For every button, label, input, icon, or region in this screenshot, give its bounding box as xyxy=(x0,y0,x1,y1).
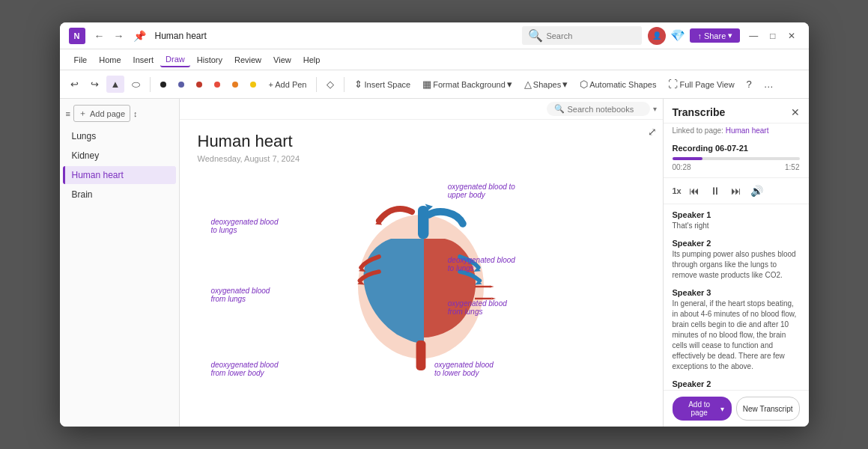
undo-button[interactable]: ↩ xyxy=(66,76,83,93)
select-tool[interactable]: ▲ xyxy=(106,76,125,93)
sidebar-item-human-heart[interactable]: Human heart xyxy=(63,166,176,184)
transcribe-panel: Transcribe ✕ Linked to page: Human heart… xyxy=(663,99,809,427)
sep-1 xyxy=(150,77,151,92)
menu-file[interactable]: File xyxy=(69,53,93,67)
shapes-button[interactable]: △ Shapes ▾ xyxy=(520,76,572,93)
gem-icon: 💎 xyxy=(670,28,685,43)
new-transcript-button[interactable]: New Transcript xyxy=(736,397,800,421)
draw-toolbar: ↩ ↪ ▲ ⬭ + Add Pen ◇ ⇕ Insert Space ▦ For… xyxy=(60,70,809,99)
eraser-tool[interactable]: ◇ xyxy=(322,76,339,93)
sidebar-controls: ≡ ＋ Add page ↕ xyxy=(60,105,179,126)
help-button[interactable]: ? xyxy=(742,76,756,93)
menu-draw[interactable]: Draw xyxy=(160,52,190,67)
menu-history[interactable]: History xyxy=(192,53,228,67)
menu-insert[interactable]: Insert xyxy=(128,53,160,67)
maximize-button[interactable]: □ xyxy=(765,29,780,43)
transcribe-header: Transcribe ✕ xyxy=(664,99,809,123)
transcribe-title: Transcribe xyxy=(673,106,726,118)
page-title: Human heart xyxy=(198,132,645,151)
pen-red[interactable] xyxy=(210,79,225,91)
avatar: 👤 xyxy=(648,27,666,45)
transcribe-close-button[interactable]: ✕ xyxy=(791,106,800,118)
forward-button[interactable]: → xyxy=(111,28,127,43)
progress-bar-container[interactable] xyxy=(673,157,800,160)
collapse-sidebar-button[interactable]: ≡ xyxy=(66,109,70,118)
menu-review[interactable]: Review xyxy=(229,53,267,67)
search-notebooks-input[interactable] xyxy=(568,105,643,114)
title-bar-nav: ← → 📌 xyxy=(91,28,149,43)
back-button[interactable]: ← xyxy=(91,28,108,43)
menu-help[interactable]: Help xyxy=(298,53,326,67)
annotation-oxygenated-upper: oxygenated blood toupper body xyxy=(448,183,515,199)
annotation-oxy-from-lungs-left: oxygenated bloodfrom lungs xyxy=(210,287,270,303)
menu-bar: File Home Insert Draw History Review Vie… xyxy=(60,49,809,70)
onenote-logo: N xyxy=(69,28,85,44)
more-button[interactable]: … xyxy=(759,76,778,93)
menu-home[interactable]: Home xyxy=(94,53,126,67)
linked-page-link[interactable]: Human heart xyxy=(726,126,769,135)
sidebar-item-brain[interactable]: Brain xyxy=(63,186,176,204)
pen-orange[interactable] xyxy=(228,79,243,91)
share-button[interactable]: ↑ Share ▾ xyxy=(690,28,740,43)
search-notebooks-box[interactable]: 🔍 xyxy=(547,102,650,116)
add-page-icon: ＋ xyxy=(79,108,87,119)
redo-button[interactable]: ↪ xyxy=(86,76,103,93)
add-pen-button[interactable]: + Add Pen xyxy=(264,77,311,92)
pen-yellow[interactable] xyxy=(246,79,261,91)
annotation-oxy-from-lungs-right: oxygenated bloodfrom lungs xyxy=(448,299,507,316)
insert-space-button[interactable]: ⇕ Insert Space xyxy=(350,76,415,93)
pin-button[interactable]: 📌 xyxy=(130,28,149,43)
forward-button[interactable]: ⏭ xyxy=(728,183,744,199)
add-pen-label: + Add Pen xyxy=(268,80,306,89)
annotation-deoxy-lungs-right: deoxygenated bloodto lungs xyxy=(448,256,515,272)
time-row: 00:28 1:52 xyxy=(673,163,800,171)
svg-marker-10 xyxy=(490,285,494,287)
search-input[interactable] xyxy=(546,31,636,40)
expand-button[interactable]: ⤢ xyxy=(648,126,657,138)
format-bg-icon: ▦ xyxy=(422,79,431,90)
rewind-button[interactable]: ⏮ xyxy=(686,183,702,199)
shapes-chevron: ▾ xyxy=(562,79,568,90)
close-button[interactable]: ✕ xyxy=(783,29,800,43)
speaker-2-name: Speaker 2 xyxy=(673,239,800,248)
title-search-box[interactable]: 🔍 xyxy=(522,26,642,45)
volume-button[interactable]: 🔊 xyxy=(749,183,765,199)
recording-section: Recording 06-07-21 00:28 1:52 xyxy=(664,138,809,178)
pen-blue[interactable] xyxy=(174,79,189,91)
speaker-4-name: Speaker 2 xyxy=(673,379,800,388)
sort-button[interactable]: ↕ xyxy=(133,109,138,118)
speaker-block-3: Speaker 3 In general, if the heart stops… xyxy=(673,288,800,372)
annotation-deoxy-lungs-left: deoxygenated bloodto lungs xyxy=(210,218,278,234)
pen-black[interactable] xyxy=(156,79,171,91)
speaker-3-name: Speaker 3 xyxy=(673,288,800,297)
add-page-button[interactable]: ＋ Add page xyxy=(73,105,130,122)
transcribe-content: Speaker 1 That's right Speaker 2 Its pum… xyxy=(664,204,809,390)
lasso-tool[interactable]: ⬭ xyxy=(127,76,145,94)
sidebar-item-kidney[interactable]: Kidney xyxy=(63,147,176,165)
linked-page-info: Linked to page: Human heart xyxy=(664,123,809,138)
automatic-shapes-button[interactable]: ⬡ Automatic Shapes xyxy=(575,76,661,93)
sep-3 xyxy=(344,77,345,92)
full-page-view-button[interactable]: ⛶ Full Page View xyxy=(664,76,738,93)
title-actions: 👤 💎 ↑ Share ▾ — □ ✕ xyxy=(648,27,799,45)
format-background-button[interactable]: ▦ Format Background ▾ xyxy=(418,76,517,93)
minimize-button[interactable]: — xyxy=(744,29,762,43)
svg-rect-2 xyxy=(416,340,426,370)
transcribe-footer: Add to page ▾ New Transcript xyxy=(664,390,809,427)
add-to-page-button[interactable]: Add to page ▾ xyxy=(673,397,732,421)
svg-rect-1 xyxy=(418,206,428,239)
dropdown-chevron-icon: ▾ xyxy=(653,105,657,113)
pause-button[interactable]: ⏸ xyxy=(707,183,723,199)
sidebar: ≡ ＋ Add page ↕ Lungs Kidney Human heart … xyxy=(60,99,180,427)
menu-view[interactable]: View xyxy=(268,53,297,67)
auto-shapes-icon: ⬡ xyxy=(580,79,588,90)
content-body: ⤢ Human heart Wednesday, August 7, 2024 xyxy=(180,120,663,427)
search-nb-icon: 🔍 xyxy=(554,104,565,114)
title-bar: N ← → 📌 Human heart 🔍 👤 💎 ↑ Share ▾ — □ … xyxy=(60,22,809,49)
main-area: ≡ ＋ Add page ↕ Lungs Kidney Human heart … xyxy=(60,99,809,427)
playback-speed[interactable]: 1x xyxy=(673,186,682,195)
playback-controls: 1x ⏮ ⏸ ⏭ 🔊 xyxy=(664,178,809,204)
pen-dark-red[interactable] xyxy=(192,79,207,91)
sidebar-item-lungs[interactable]: Lungs xyxy=(63,127,176,145)
shapes-icon: △ xyxy=(524,79,532,90)
